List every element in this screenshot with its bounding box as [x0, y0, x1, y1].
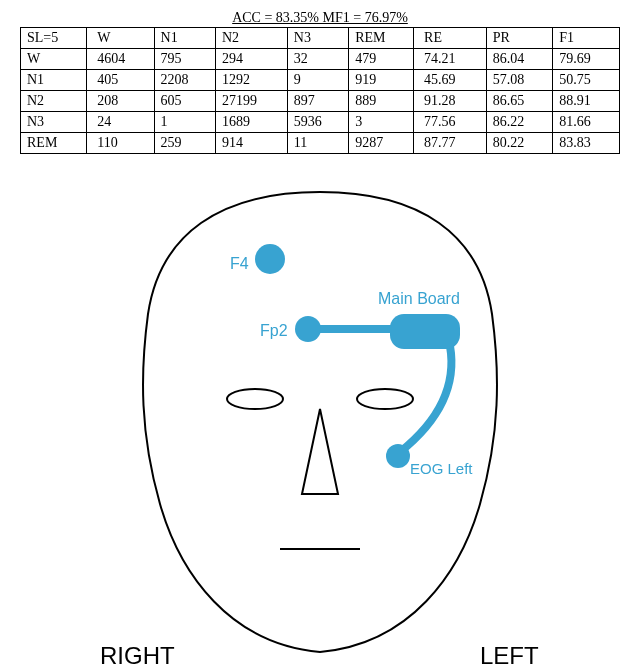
metrics-header: ACC = 83.35% MF1 = 76.97% — [10, 10, 630, 26]
left-eye-icon — [357, 389, 413, 409]
main-board-icon — [390, 314, 460, 349]
f4-electrode-icon — [255, 244, 285, 274]
table-row: N2 208 605 27199 897 889 91.28 86.65 88.… — [21, 91, 620, 112]
eog-left-electrode-icon — [386, 444, 410, 468]
face-outline-icon — [143, 192, 497, 652]
left-label: LEFT — [480, 642, 539, 665]
col-pr: PR — [486, 28, 553, 49]
wire-board-eog-icon — [400, 346, 451, 452]
right-eye-icon — [227, 389, 283, 409]
row-label: N2 — [21, 91, 87, 112]
f4-label: F4 — [230, 255, 249, 272]
table-row: REM 110 259 914 11 9287 87.77 80.22 83.8… — [21, 133, 620, 154]
col-n2: N2 — [215, 28, 287, 49]
right-label: RIGHT — [100, 642, 175, 665]
table-row: N1 405 2208 1292 9 919 45.69 57.08 50.75 — [21, 70, 620, 91]
col-n3: N3 — [287, 28, 348, 49]
row-label: N3 — [21, 112, 87, 133]
col-n1: N1 — [154, 28, 215, 49]
table-header-row: SL=5 W N1 N2 N3 REM RE PR F1 — [21, 28, 620, 49]
eog-left-label: EOG Left — [410, 460, 473, 477]
col-f1: F1 — [553, 28, 620, 49]
col-re: RE — [414, 28, 487, 49]
table-row: W 4604 795 294 32 479 74.21 86.04 79.69 — [21, 49, 620, 70]
nose-icon — [302, 409, 338, 494]
main-board-label: Main Board — [378, 290, 460, 307]
row-label: N1 — [21, 70, 87, 91]
col-rem: REM — [349, 28, 414, 49]
col-w: W — [87, 28, 154, 49]
confusion-matrix-table: SL=5 W N1 N2 N3 REM RE PR F1 W 4604 795 … — [20, 27, 620, 154]
fp2-label: Fp2 — [260, 322, 288, 339]
row-label: REM — [21, 133, 87, 154]
row-label: W — [21, 49, 87, 70]
table-row: N3 24 1 1689 5936 3 77.56 86.22 81.66 — [21, 112, 620, 133]
fp2-electrode-icon — [295, 316, 321, 342]
face-electrode-diagram: F4 Fp2 Main Board EOG Left RIGHT LEFT — [40, 174, 600, 665]
col-sl: SL=5 — [21, 28, 87, 49]
